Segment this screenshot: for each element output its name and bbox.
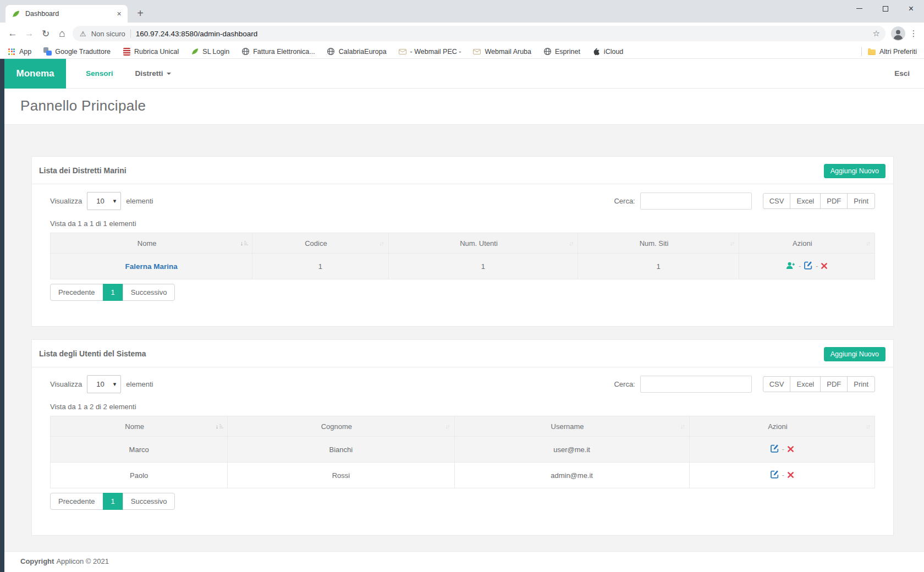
- translate-icon: [43, 47, 52, 56]
- mail-icon: [398, 47, 407, 56]
- pagination-page-1[interactable]: 1: [103, 493, 123, 510]
- footer-copyright-text: Applicon © 2021: [56, 557, 109, 565]
- users-search-input[interactable]: [640, 376, 752, 393]
- collapsed-sidebar: [0, 59, 4, 572]
- add-user-icon[interactable]: [786, 261, 795, 271]
- column-header-num-utenti[interactable]: Num. Utenti ↓↑: [388, 233, 578, 254]
- other-bookmarks-label: Altri Preferiti: [879, 48, 917, 56]
- globe-icon: [241, 47, 250, 56]
- delete-icon[interactable]: [788, 471, 794, 480]
- page-length-select[interactable]: 10 ▾: [87, 192, 121, 210]
- column-header-username[interactable]: Username ↓↑: [454, 416, 689, 437]
- bookmark-star-icon[interactable]: ☆: [873, 29, 880, 38]
- new-tab-button[interactable]: +: [133, 7, 147, 20]
- page-length-value: 10: [96, 380, 104, 388]
- bookmark-webmail-pec[interactable]: - Webmail PEC -: [398, 47, 461, 56]
- action-separator: -: [782, 446, 784, 453]
- profile-avatar[interactable]: [891, 26, 905, 41]
- edit-icon[interactable]: [771, 470, 779, 480]
- cell-num-utenti: 1: [388, 254, 578, 279]
- nav-link-esci[interactable]: Esci: [894, 69, 910, 78]
- export-excel-button[interactable]: Excel: [790, 193, 821, 209]
- tab-strip: Dashboard × + ×: [0, 0, 924, 23]
- export-csv-button[interactable]: CSV: [763, 193, 791, 209]
- bookmark-sl-login[interactable]: SL Login: [190, 47, 229, 56]
- bookmark-apps[interactable]: App: [7, 47, 31, 56]
- column-header-codice[interactable]: Codice ↓↑: [252, 233, 388, 254]
- address-bar[interactable]: ⚠ Non sicuro 160.97.24.43:8580/admin-das…: [73, 26, 886, 41]
- footer: CopyrightApplicon © 2021: [4, 551, 924, 572]
- districts-search-input[interactable]: [640, 193, 752, 210]
- nav-link-sensori[interactable]: Sensori: [86, 69, 113, 78]
- tab-close-icon[interactable]: ×: [114, 9, 124, 19]
- district-link[interactable]: Falerna Marina: [125, 262, 177, 271]
- export-excel-button[interactable]: Excel: [790, 376, 821, 392]
- bookmarks-bar: App Google Traduttore Rubrica Unical SL …: [0, 45, 924, 59]
- browser-toolbar: ← → ↻ ⌂ ⚠ Non sicuro 160.97.24.43:8580/a…: [0, 23, 924, 45]
- red-book-icon: [122, 47, 131, 56]
- column-header-nome[interactable]: Nome ↓: [51, 416, 228, 437]
- brand-logo[interactable]: Monema: [4, 59, 66, 89]
- bookmark-rubrica-unical[interactable]: Rubrica Unical: [122, 47, 179, 56]
- pagination-previous[interactable]: Precedente: [50, 284, 103, 301]
- browser-tab[interactable]: Dashboard ×: [6, 5, 128, 23]
- delete-icon[interactable]: [821, 262, 827, 271]
- action-separator: -: [799, 262, 801, 270]
- edit-icon[interactable]: [804, 261, 812, 271]
- cell-nome: Paolo: [51, 463, 228, 488]
- export-pdf-button[interactable]: PDF: [820, 193, 848, 209]
- cell-cognome: Bianchi: [228, 437, 454, 463]
- not-secure-label[interactable]: Non sicuro: [91, 30, 125, 38]
- export-print-button[interactable]: Print: [847, 376, 875, 392]
- entries-label: elementi: [126, 197, 153, 205]
- export-pdf-button[interactable]: PDF: [820, 376, 848, 392]
- column-header-nome[interactable]: Nome ↓: [51, 233, 252, 254]
- users-panel-title: Lista degli Utenti del Sistema: [39, 349, 146, 358]
- nav-link-distretti[interactable]: Distretti: [135, 69, 171, 78]
- add-user-button[interactable]: Aggiungi Nuovo: [824, 347, 886, 361]
- bookmark-esprinet[interactable]: Esprinet: [543, 47, 580, 56]
- delete-icon[interactable]: [788, 446, 794, 454]
- bookmark-webmail-aruba[interactable]: Webmail Aruba: [472, 47, 531, 56]
- sort-asc-icon: ↓: [240, 240, 249, 246]
- edit-icon[interactable]: [771, 444, 779, 454]
- districts-pagination: Precedente 1 Successivo: [50, 284, 175, 301]
- home-icon[interactable]: ⌂: [54, 25, 70, 42]
- back-icon[interactable]: ←: [4, 25, 21, 42]
- pagination-page-1[interactable]: 1: [103, 284, 123, 301]
- action-separator: -: [782, 471, 784, 479]
- bookmark-fattura-elettronica[interactable]: Fattura Elettronica...: [241, 47, 315, 56]
- refresh-icon[interactable]: ↻: [37, 25, 54, 42]
- bookmark-google-traduttore[interactable]: Google Traduttore: [43, 47, 111, 56]
- sort-icon: ↓↑: [730, 240, 735, 246]
- bookmark-icloud[interactable]: iCloud: [592, 47, 623, 56]
- column-header-azioni[interactable]: Azioni ↓↑: [739, 233, 875, 254]
- minimize-button[interactable]: [846, 0, 872, 17]
- pagination-next[interactable]: Successivo: [123, 284, 175, 301]
- column-header-azioni[interactable]: Azioni ↓↑: [689, 416, 875, 437]
- url-text[interactable]: 160.97.24.43:8580/admin-dashboard: [136, 30, 868, 38]
- table-row: Paolo Rossi admin@me.it -: [51, 463, 875, 488]
- sort-icon: ↓↑: [446, 424, 450, 430]
- add-district-button[interactable]: Aggiungi Nuovo: [824, 164, 886, 178]
- maximize-button[interactable]: [872, 0, 898, 17]
- search-label: Cerca:: [614, 197, 635, 205]
- select-caret-icon: ▾: [113, 381, 117, 388]
- pagination-previous[interactable]: Precedente: [50, 493, 103, 510]
- forward-icon[interactable]: →: [21, 25, 37, 42]
- browser-menu-icon[interactable]: ⋮: [908, 29, 920, 38]
- bookmark-label: Webmail Aruba: [485, 48, 531, 56]
- column-header-num-siti[interactable]: Num. Siti ↓↑: [578, 233, 739, 254]
- bookmark-calabriaeuropa[interactable]: CalabriaEuropa: [327, 47, 387, 56]
- sort-icon: ↓↑: [569, 240, 574, 246]
- export-csv-button[interactable]: CSV: [763, 376, 791, 392]
- export-print-button[interactable]: Print: [847, 193, 875, 209]
- other-bookmarks[interactable]: Altri Preferiti: [867, 47, 917, 56]
- pagination-next[interactable]: Successivo: [123, 493, 175, 510]
- footer-copyright-bold: Copyright: [20, 557, 54, 565]
- close-button[interactable]: ×: [898, 0, 924, 17]
- column-header-cognome[interactable]: Cognome ↓↑: [228, 416, 454, 437]
- page-length-select[interactable]: 10 ▾: [87, 375, 121, 393]
- chevron-down-icon: [167, 73, 171, 75]
- not-secure-warning-icon[interactable]: ⚠: [80, 30, 86, 38]
